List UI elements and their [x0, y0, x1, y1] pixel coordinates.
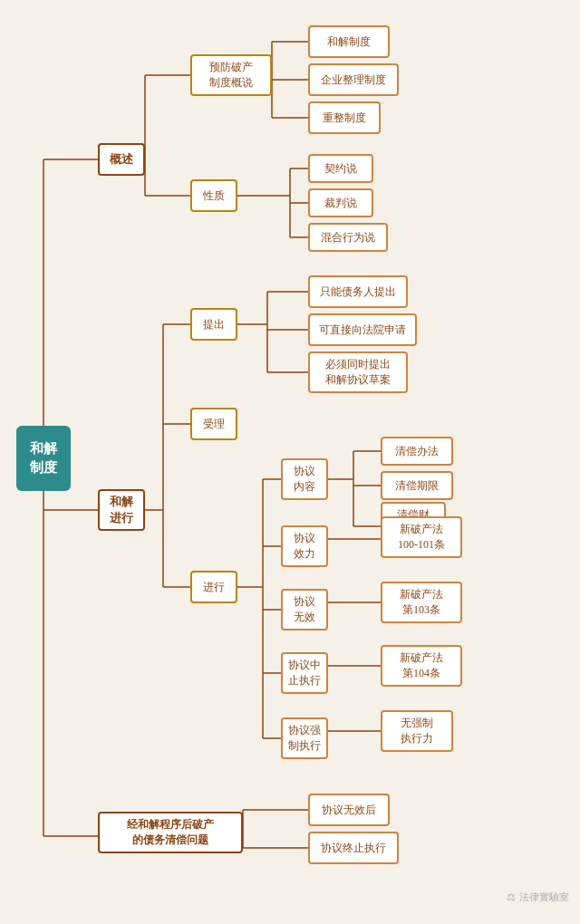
- node-xin-100: 新破产法 100-101条: [381, 516, 462, 558]
- node-hunhe: 混合行为说: [308, 223, 388, 252]
- watermark: ⚖ 法律實驗室: [507, 890, 569, 904]
- watermark-text: 法律實驗室: [519, 890, 569, 904]
- node-xin-103: 新破产法 第103条: [381, 582, 462, 623]
- node-qingchang-qixian: 清偿期限: [381, 471, 453, 500]
- node-xieyi-zhongzhi: 协议中 止执行: [281, 652, 328, 694]
- node-zhineng: 只能债务人提出: [308, 275, 408, 308]
- node-kezhijie: 可直接向法院申请: [308, 313, 417, 346]
- node-shouli: 受理: [190, 408, 237, 440]
- node-jing-hejie: 经和解程序后破产 的债务清偿问题: [98, 812, 243, 853]
- page-container: 和解 制度 概述 和解 进行 经和解程序后破产 的债务清偿问题 预防破产 制度概…: [0, 0, 580, 924]
- node-hejie-zhidu: 和解制度: [308, 25, 390, 58]
- watermark-icon: ⚖: [507, 891, 516, 903]
- node-hejie-jinxing: 和解 进行: [98, 489, 145, 531]
- node-xieyi-wuxiao: 协议 无效: [281, 589, 328, 630]
- mindmap: 和解 制度 概述 和解 进行 经和解程序后破产 的债务清偿问题 预防破产 制度概…: [0, 9, 580, 915]
- node-wuqiangzhi: 无强制 执行力: [381, 710, 453, 752]
- node-qingchang-banfa: 清偿办法: [381, 437, 453, 466]
- node-gaishu: 概述: [98, 143, 145, 176]
- node-xingzhi: 性质: [190, 179, 237, 212]
- node-qiyue: 契约说: [308, 154, 373, 183]
- node-jinxing: 进行: [190, 571, 237, 603]
- node-xieyi-wuxiao-hou: 协议无效后: [308, 794, 390, 826]
- node-xin-104: 新破产法 第104条: [381, 645, 462, 687]
- node-xieyi-neirong: 协议 内容: [281, 458, 328, 500]
- node-qiye-zhengli: 企业整理制度: [308, 63, 399, 96]
- node-tichu: 提出: [190, 308, 237, 341]
- root-node: 和解 制度: [16, 426, 71, 491]
- node-xieyi-qiangzhi: 协议强 制执行: [281, 717, 328, 759]
- node-caipan: 裁判说: [308, 188, 373, 217]
- node-bixu: 必须同时提出 和解协议草案: [308, 351, 408, 393]
- node-chongzheng: 重整制度: [308, 101, 381, 134]
- node-yufang: 预防破产 制度概说: [190, 54, 272, 96]
- node-xieyi-xiaoli: 协议 效力: [281, 525, 328, 567]
- node-xieyi-zhongzhi-zhixing: 协议终止执行: [308, 832, 399, 864]
